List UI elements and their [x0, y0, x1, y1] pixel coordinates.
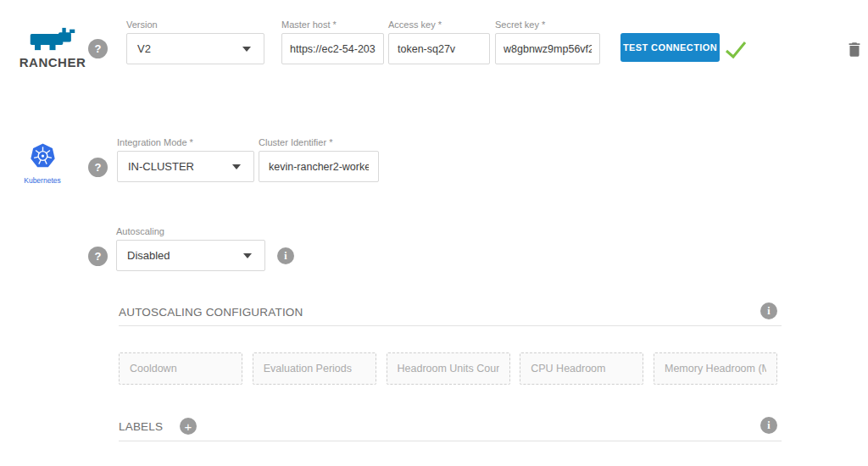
delete-trash-icon[interactable] — [845, 39, 864, 60]
integration-mode-field: Integration Mode * IN-CLUSTER — [117, 137, 254, 182]
labels-info-icon[interactable]: i — [760, 417, 777, 434]
master-host-label: Master host * — [281, 19, 384, 30]
rancher-bull-icon — [29, 27, 76, 51]
cluster-identifier-label: Cluster Identifier * — [259, 137, 379, 147]
autoscaling-configuration-info-icon[interactable]: i — [760, 302, 777, 319]
integration-mode-select[interactable]: IN-CLUSTER — [117, 151, 254, 182]
secret-key-label: Secret key * — [495, 19, 600, 30]
cluster-identifier-input[interactable] — [259, 151, 379, 182]
integration-mode-value: IN-CLUSTER — [128, 160, 194, 173]
autoscaling-info-icon[interactable]: i — [277, 247, 294, 264]
kubernetes-logo-label: Kubernetes — [22, 176, 63, 185]
info-glyph: i — [284, 250, 287, 263]
rancher-logo-label: RANCHER — [15, 55, 90, 69]
master-host-field: Master host * — [281, 19, 384, 64]
test-connection-button[interactable]: TEST CONNECTION — [620, 33, 720, 62]
autoscaling-configuration-header: AUTOSCALING CONFIGURATION — [119, 306, 303, 319]
version-field: Version V2 — [126, 19, 264, 64]
integration-mode-label: Integration Mode * — [117, 137, 254, 147]
info-glyph: i — [767, 419, 770, 432]
autoscaling-value: Disabled — [127, 249, 170, 262]
info-glyph: i — [767, 305, 770, 318]
kubernetes-logo: Kubernetes — [22, 142, 63, 185]
version-value: V2 — [137, 42, 151, 55]
access-key-field: Access key * — [388, 19, 490, 64]
chevron-down-icon — [232, 164, 241, 169]
section-divider — [119, 325, 782, 326]
autoscaling-label: Autoscaling — [116, 226, 265, 236]
autoscaling-config-inputs-row — [119, 352, 777, 385]
autoscaling-help-icon[interactable]: ? — [88, 247, 108, 266]
evaluation-periods-input — [253, 352, 376, 385]
access-key-label: Access key * — [388, 19, 490, 30]
chevron-down-icon — [242, 47, 251, 52]
connection-success-check-icon — [725, 41, 747, 59]
autoscaling-field: Autoscaling Disabled — [116, 226, 265, 271]
version-label: Version — [126, 19, 264, 30]
kubernetes-helm-icon — [28, 142, 58, 171]
kubernetes-help-icon[interactable]: ? — [88, 158, 108, 177]
cluster-identifier-field: Cluster Identifier * — [259, 137, 379, 182]
memory-headroom-input — [654, 352, 777, 385]
rancher-help-icon[interactable]: ? — [88, 39, 108, 58]
cooldown-input — [119, 352, 242, 385]
secret-key-field: Secret key * — [495, 19, 600, 64]
add-label-button[interactable]: + — [180, 418, 197, 435]
labels-header: LABELS — [119, 420, 163, 433]
rancher-logo: RANCHER — [15, 27, 90, 69]
secret-key-input[interactable] — [495, 33, 600, 64]
chevron-down-icon — [243, 253, 252, 258]
section-divider — [119, 441, 782, 441]
access-key-input[interactable] — [388, 33, 490, 64]
cpu-headroom-input — [520, 352, 643, 385]
autoscaling-select[interactable]: Disabled — [116, 240, 265, 271]
master-host-input[interactable] — [281, 33, 384, 64]
headroom-units-count-input — [387, 352, 510, 385]
integration-settings-page: RANCHER ? Version V2 Master host * Acces… — [0, 0, 868, 466]
version-select[interactable]: V2 — [126, 33, 264, 64]
